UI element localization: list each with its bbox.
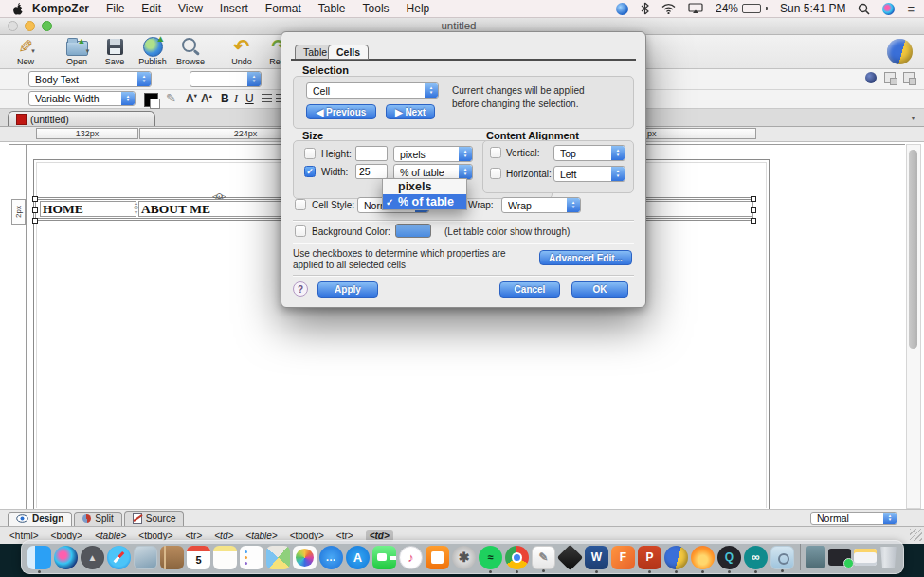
help-button[interactable]: ? bbox=[293, 281, 308, 297]
siri-icon[interactable] bbox=[882, 3, 895, 15]
menu-help[interactable]: Help bbox=[398, 0, 439, 18]
stepper-icon[interactable]: ▲▼ bbox=[459, 165, 472, 179]
status-tag-body[interactable]: <body> bbox=[51, 531, 82, 541]
dock-safari-icon[interactable] bbox=[107, 546, 131, 569]
advanced-edit-button[interactable]: Advanced Edit... bbox=[539, 250, 632, 265]
new-button[interactable]: ✎▼ New bbox=[8, 36, 44, 66]
width-checkbox[interactable]: ✓ bbox=[304, 166, 316, 177]
menu-view[interactable]: View bbox=[170, 0, 211, 18]
selection-handle[interactable] bbox=[751, 207, 756, 213]
dock-powerpoint-icon[interactable]: P bbox=[638, 546, 661, 569]
document-tab[interactable]: (untitled) bbox=[8, 111, 155, 126]
table-cell-home[interactable]: HOME bbox=[40, 201, 136, 217]
stepper-icon[interactable]: ▲▼ bbox=[611, 167, 625, 181]
dock-mail-icon[interactable] bbox=[134, 546, 157, 569]
dock-siri-icon[interactable] bbox=[54, 546, 78, 569]
status-tag-td[interactable]: <td> bbox=[214, 531, 233, 541]
dock-inkscape-icon[interactable] bbox=[557, 544, 584, 570]
increase-font-button[interactable]: A▴ bbox=[201, 92, 212, 105]
status-tag-tbody[interactable]: <tbody> bbox=[138, 531, 172, 541]
minimized-window-thumbnail[interactable] bbox=[806, 546, 825, 568]
tab-source[interactable]: Source bbox=[124, 511, 185, 526]
status-tag-table[interactable]: <table> bbox=[95, 531, 126, 541]
dock-itunes-icon[interactable]: ♪ bbox=[399, 546, 423, 569]
menu-tools[interactable]: Tools bbox=[354, 0, 398, 18]
background-color-checkbox[interactable] bbox=[295, 225, 306, 237]
dock-system-preferences-icon[interactable]: ✱ bbox=[452, 546, 476, 569]
selection-scope-select[interactable]: Cell ▲▼ bbox=[306, 82, 439, 99]
vertical-scrollbar[interactable] bbox=[906, 144, 921, 509]
vertical-align-select[interactable]: Top ▲▼ bbox=[553, 145, 625, 161]
status-tag-tbody2[interactable]: <tbody> bbox=[290, 531, 324, 541]
selection-handle[interactable] bbox=[751, 196, 756, 202]
dock-flame-app-icon[interactable] bbox=[691, 546, 715, 569]
dock-trash-icon[interactable] bbox=[879, 547, 897, 568]
apply-button[interactable]: Apply bbox=[317, 281, 378, 298]
minimized-window-thumbnail[interactable] bbox=[828, 549, 851, 566]
cell-style-checkbox[interactable] bbox=[295, 199, 306, 210]
tab-overflow-icon[interactable]: ▼ bbox=[910, 115, 916, 121]
dock-finder-icon[interactable] bbox=[27, 546, 51, 569]
column-drag-handle-icon[interactable]: ◃⊙▹ bbox=[212, 191, 226, 201]
width-input[interactable] bbox=[355, 164, 388, 179]
minimized-window-thumbnail[interactable] bbox=[854, 549, 877, 566]
selection-handle[interactable] bbox=[751, 218, 756, 224]
layers-swirl-icon[interactable] bbox=[865, 72, 877, 83]
stepper-icon[interactable]: ▲▼ bbox=[611, 146, 625, 160]
dock-quicktime-icon[interactable]: Q bbox=[717, 546, 741, 569]
status-tag-html[interactable]: <html> bbox=[9, 531, 39, 541]
dock-calendar-icon[interactable]: 5 bbox=[187, 546, 210, 569]
dock-chrome-icon[interactable] bbox=[505, 546, 529, 569]
menu-insert[interactable]: Insert bbox=[211, 0, 257, 18]
css-class-select[interactable]: -- ▲▼ bbox=[190, 71, 262, 87]
dock-ibooks-icon[interactable] bbox=[426, 546, 449, 569]
tab-design[interactable]: Design bbox=[8, 512, 72, 526]
status-tag-tr2[interactable]: <tr> bbox=[336, 531, 353, 541]
menu-format[interactable]: Format bbox=[257, 0, 310, 18]
dock-arduino-icon[interactable]: ∞ bbox=[744, 546, 768, 569]
wifi-icon[interactable] bbox=[661, 4, 676, 14]
dock-launchpad-icon[interactable]: ▲ bbox=[81, 546, 104, 569]
menu-item-percent-of-table[interactable]: ✓ % of table bbox=[383, 194, 466, 209]
dock-facetime-icon[interactable] bbox=[372, 546, 396, 569]
scrollbar-thumb[interactable] bbox=[909, 150, 917, 349]
browse-button[interactable]: Browse bbox=[172, 36, 208, 66]
stepper-icon[interactable]: ▲▼ bbox=[883, 513, 897, 524]
horizontal-align-checkbox[interactable] bbox=[490, 168, 501, 179]
stepper-icon[interactable]: ▲▼ bbox=[425, 83, 438, 98]
airplay-icon[interactable] bbox=[688, 3, 703, 14]
bold-button[interactable]: B bbox=[221, 92, 229, 105]
spotlight-search-icon[interactable] bbox=[858, 3, 870, 15]
status-tag-tr[interactable]: <tr> bbox=[185, 531, 202, 541]
dock-word-icon[interactable]: W bbox=[585, 546, 608, 569]
height-unit-select[interactable]: pixels ▲▼ bbox=[393, 146, 473, 162]
dock-reminders-icon[interactable] bbox=[240, 546, 263, 569]
dock-fusion360-icon[interactable]: F bbox=[611, 546, 635, 569]
app-status-icon[interactable] bbox=[616, 3, 628, 15]
dock-textedit-icon[interactable]: ✎ bbox=[532, 546, 555, 569]
decrease-font-button[interactable]: A▾ bbox=[186, 92, 197, 105]
status-tag-table2[interactable]: <table> bbox=[245, 531, 277, 541]
stepper-icon[interactable]: ▲▼ bbox=[247, 72, 261, 86]
dock-maps-icon[interactable] bbox=[266, 546, 290, 569]
dock-contacts-icon[interactable] bbox=[160, 546, 184, 569]
apple-menu-icon[interactable] bbox=[11, 2, 24, 16]
dock-notes-icon[interactable] bbox=[213, 546, 237, 569]
vertical-align-checkbox[interactable] bbox=[490, 147, 501, 158]
menu-clock[interactable]: Sun 5:41 PM bbox=[780, 2, 845, 15]
text-color-swatch[interactable] bbox=[144, 93, 158, 107]
paragraph-format-select[interactable]: Body Text ▲▼ bbox=[28, 71, 152, 87]
publish-button[interactable]: Publish bbox=[135, 36, 171, 66]
save-button[interactable]: Save bbox=[97, 36, 133, 66]
ungroup-shapes-icon[interactable] bbox=[903, 72, 915, 83]
bullet-list-icon[interactable] bbox=[262, 94, 272, 103]
background-color-swatch[interactable] bbox=[395, 224, 431, 238]
stepper-icon[interactable]: ▲▼ bbox=[137, 72, 151, 86]
menu-edit[interactable]: Edit bbox=[133, 0, 170, 18]
selection-handle[interactable] bbox=[32, 218, 38, 224]
selection-handle[interactable] bbox=[32, 207, 38, 213]
tab-split[interactable]: Split bbox=[74, 512, 121, 526]
dialog-tab-cells[interactable]: Cells bbox=[328, 45, 369, 60]
menu-app-name[interactable]: KompoZer bbox=[24, 0, 98, 18]
undo-button[interactable]: ↶ Undo bbox=[224, 36, 260, 66]
